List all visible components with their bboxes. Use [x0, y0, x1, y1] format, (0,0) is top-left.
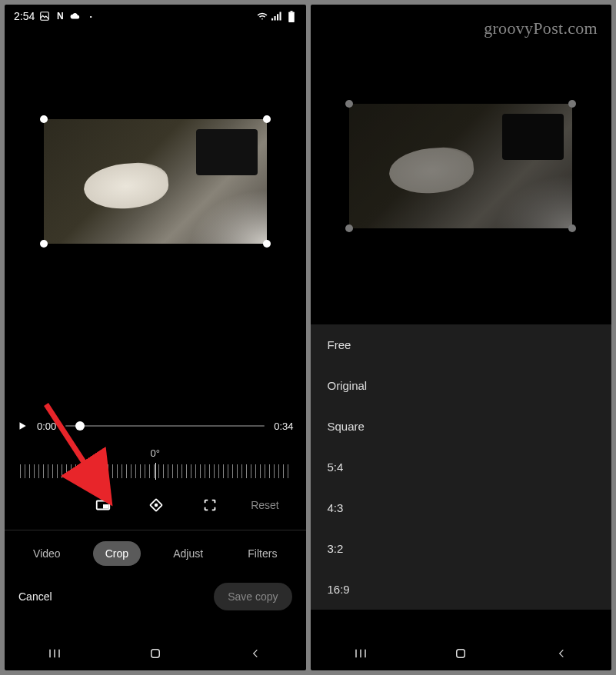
tab-adjust[interactable]: Adjust [161, 541, 215, 566]
time-duration: 0:34 [274, 421, 293, 432]
crop-handle-tr[interactable] [263, 115, 271, 123]
nav-home[interactable] [148, 646, 163, 661]
video-preview-area [5, 28, 306, 304]
aspect-ratio-button[interactable] [91, 493, 115, 517]
crop-handle-br[interactable] [263, 240, 271, 248]
aspect-ratio-sheet: Free Original Square 5:4 4:3 3:2 16:9 [311, 324, 612, 610]
aspect-option-5-4[interactable]: 5:4 [311, 447, 612, 487]
tab-crop[interactable]: Crop [93, 541, 141, 566]
wifi-icon [257, 11, 268, 22]
svg-rect-1 [288, 12, 295, 22]
tab-video[interactable]: Video [21, 541, 73, 566]
video-thumbnail [44, 119, 267, 244]
dot-icon: • [85, 11, 96, 22]
scrub-track[interactable] [65, 425, 265, 427]
android-nav-bar [311, 637, 612, 670]
aspect-option-free[interactable]: Free [311, 324, 612, 365]
rotation-ruler[interactable] [5, 462, 306, 480]
phone-right: groovyPost.com Free Original Square 5:4 … [311, 5, 612, 670]
video-thumbnail-dimmed [349, 104, 572, 228]
svg-rect-2 [290, 11, 292, 12]
bottom-action-row: Cancel Save copy [5, 577, 306, 620]
status-bar: 2:54 N • [5, 5, 306, 28]
status-time: 2:54 [14, 10, 35, 22]
nav-recents[interactable] [353, 646, 368, 661]
rotation-angle-label: 0° [5, 447, 306, 459]
time-current: 0:00 [37, 421, 56, 432]
nav-recents[interactable] [47, 646, 62, 661]
reset-button[interactable]: Reset [251, 499, 279, 511]
tab-filters[interactable]: Filters [235, 541, 289, 566]
aspect-option-4-3[interactable]: 4:3 [311, 487, 612, 528]
crop-handle-bl[interactable] [40, 240, 48, 248]
crop-handle-bl [345, 224, 353, 232]
nav-back[interactable] [554, 646, 569, 661]
image-icon [39, 11, 50, 22]
crop-frame-dimmed [349, 104, 572, 228]
video-preview-area-dimmed [311, 5, 612, 297]
aspect-option-original[interactable]: Original [311, 365, 612, 406]
watermark: groovyPost.com [484, 18, 598, 38]
crop-handle-tr [568, 100, 576, 108]
svg-rect-15 [457, 650, 465, 658]
rotate-button[interactable] [144, 493, 168, 517]
svg-rect-10 [152, 650, 160, 658]
nav-home[interactable] [453, 646, 468, 661]
aspect-option-16-9[interactable]: 16:9 [311, 569, 612, 610]
aspect-option-3-2[interactable]: 3:2 [311, 528, 612, 569]
battery-icon [286, 11, 297, 22]
signal-icon [271, 11, 282, 22]
crop-handle-br [568, 224, 576, 232]
play-button[interactable] [17, 421, 28, 431]
android-nav-bar [5, 637, 306, 670]
scrub-thumb[interactable] [75, 421, 85, 431]
video-timeline: 0:00 0:34 [5, 412, 306, 440]
crop-frame[interactable] [44, 119, 267, 244]
phone-left: 2:54 N • [5, 5, 306, 670]
crop-tool-row: Reset [5, 487, 306, 530]
n-icon: N [55, 11, 65, 22]
crop-handle-tl[interactable] [40, 115, 48, 123]
save-copy-button[interactable]: Save copy [214, 583, 291, 610]
svg-rect-4 [104, 505, 108, 508]
nav-back[interactable] [248, 646, 263, 661]
transform-button[interactable] [198, 493, 222, 517]
editor-tabs: Video Crop Adjust Filters [5, 530, 306, 577]
aspect-option-square[interactable]: Square [311, 406, 612, 447]
cancel-button[interactable]: Cancel [18, 590, 52, 603]
cloud-icon [70, 11, 81, 22]
svg-point-6 [155, 504, 158, 507]
